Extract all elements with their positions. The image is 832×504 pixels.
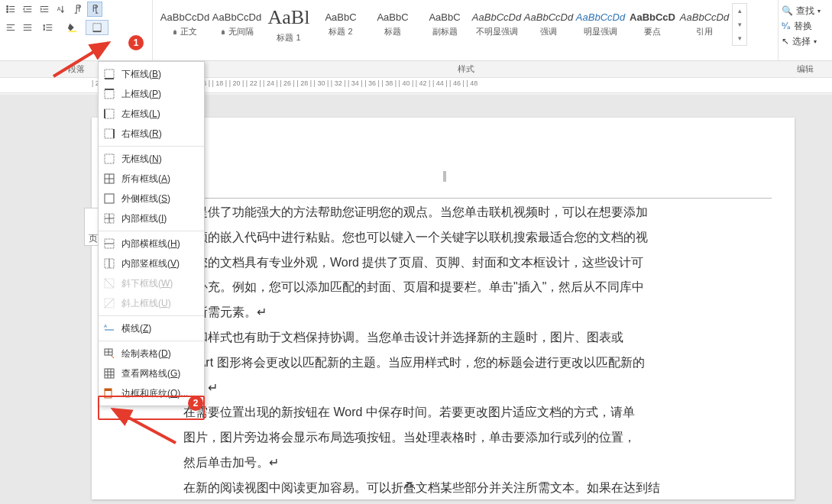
style-label: 不明显强调 — [476, 26, 518, 37]
style-tile[interactable]: AaBbC副标题 — [419, 3, 471, 46]
body-text: 图片，图片旁边将会显示布局选项按钮。当处理表格时，单击要添加行或列的位置， — [183, 427, 772, 449]
shading-icon[interactable] — [61, 20, 84, 35]
svg-rect-32 — [105, 129, 114, 138]
menu-horizontal-line[interactable]: A横线(Z) — [99, 318, 204, 338]
svg-rect-61 — [105, 389, 112, 391]
line-spacing-icon[interactable] — [37, 20, 60, 35]
svg-rect-55 — [105, 369, 114, 378]
style-label: 正文 — [173, 26, 197, 37]
menu-all-borders[interactable]: 所有框线(A) — [99, 169, 204, 189]
indent-decrease-icon[interactable] — [20, 2, 35, 17]
svg-text:A: A — [57, 6, 61, 11]
borders-dropdown: 下框线(B) 上框线(P) 左框线(L) 右框线(R) 无框线(N) 所有框线(… — [98, 61, 205, 406]
menu-bottom-border[interactable]: 下框线(B) — [99, 64, 204, 84]
menu-diagonal-up: 斜上框线(U) — [99, 293, 204, 313]
svg-rect-38 — [105, 194, 114, 203]
body-text: 题和样式也有助于文档保持协调。当您单击设计并选择新的主题时，图片、图表或 — [183, 327, 772, 349]
styles-scroll[interactable]: ▴ ▾ ▾ — [732, 3, 747, 46]
chevron-up-icon[interactable]: ▴ — [733, 4, 746, 18]
style-tile[interactable]: AaBbCcDd引用 — [678, 3, 730, 46]
indent-increase-icon[interactable] — [37, 2, 52, 17]
svg-rect-34 — [105, 154, 114, 163]
menu-no-border[interactable]: 无框线(N) — [99, 149, 204, 169]
styles-gallery: AaBbCcDd正文AaBbCcDd无间隔AaBl标题 1AaBbC标题 2Aa… — [153, 0, 779, 60]
styles-expand-icon[interactable]: ▾ — [733, 31, 746, 45]
header-separator — [115, 198, 772, 199]
style-label: 引用 — [696, 26, 713, 37]
style-preview: AaBbCcDd — [160, 11, 209, 23]
style-tile[interactable]: AaBbCcD要点 — [626, 3, 678, 46]
style-tile[interactable]: AaBbCcDd无间隔 — [211, 3, 263, 46]
style-label: 标题 1 — [277, 32, 300, 44]
style-tile[interactable]: AaBbCcDd明显强调 — [575, 3, 626, 46]
header-anchor-icon — [443, 171, 446, 182]
menu-top-border[interactable]: 上框线(P) — [99, 84, 204, 104]
svg-rect-28 — [105, 89, 114, 99]
svg-text:A: A — [104, 324, 107, 328]
style-label: 要点 — [644, 26, 661, 37]
styles-label: 样式 — [153, 63, 779, 75]
style-preview: AaBbCcDd — [472, 11, 521, 23]
svg-rect-23 — [69, 31, 77, 32]
style-label: 标题 2 — [329, 26, 352, 37]
menu-left-border[interactable]: 左框线(L) — [99, 104, 204, 124]
replace-icon: ᵇ⁄ₐ — [782, 21, 791, 31]
edit-label: 编辑 — [779, 63, 832, 75]
svg-point-2 — [7, 8, 8, 10]
rtl-icon[interactable] — [87, 2, 102, 17]
chevron-down-icon[interactable]: ▾ — [733, 18, 746, 31]
body-text: 使您的文档具有专业外观，Word 提供了页眉、页脚、封面和文本框设计，这些设计可 — [183, 252, 772, 274]
menu-inside-horizontal[interactable]: 内部横框线(H) — [99, 234, 204, 254]
align-left-icon[interactable] — [3, 20, 18, 35]
style-preview: AaBbCcDd — [680, 11, 729, 23]
style-preview: AaBbC — [429, 11, 460, 23]
svg-rect-30 — [105, 109, 114, 118]
body-text: 的补充。例如，您可以添加匹配的封面、页眉和提要栏。单击"插入"，然后从不同库中 — [183, 276, 772, 299]
style-label: 标题 — [384, 26, 401, 37]
body-text: 题。↵ — [183, 377, 772, 399]
select-button[interactable]: ↖选择▾ — [782, 34, 829, 49]
bullet-list-icon[interactable] — [3, 2, 18, 17]
style-preview: AaBbCcDd — [212, 11, 261, 23]
svg-rect-24 — [93, 24, 102, 32]
style-preview: AaBl — [268, 6, 310, 29]
sort-icon[interactable]: A — [53, 2, 69, 17]
style-label: 强调 — [540, 26, 557, 37]
borders-button[interactable] — [86, 20, 108, 35]
style-tile[interactable]: AaBbC标题 2 — [315, 3, 367, 46]
style-preview: AaBbCcD — [630, 11, 675, 23]
menu-right-border[interactable]: 右框线(R) — [99, 124, 204, 144]
body-text: 频提供了功能强大的方法帮助您证明您的观点。当您单击联机视频时，可以在想要添加 — [183, 202, 772, 224]
ltr-icon[interactable] — [70, 2, 86, 17]
svg-point-0 — [7, 6, 8, 8]
menu-outside-borders[interactable]: 外侧框线(S) — [99, 189, 204, 208]
style-tile[interactable]: AaBbC标题 — [367, 3, 419, 46]
replace-button[interactable]: ᵇ⁄ₐ替换 — [782, 18, 829, 34]
menu-view-gridlines[interactable]: 查看网格线(G) — [99, 363, 204, 383]
menu-diagonal-down: 斜下框线(W) — [99, 273, 204, 293]
style-tile[interactable]: AaBbCcDd强调 — [523, 3, 575, 46]
svg-line-49 — [105, 299, 114, 308]
style-label: 明显强调 — [584, 26, 617, 37]
body-text: 然后单击加号。↵ — [183, 452, 772, 474]
body-text: 择所需元素。↵ — [183, 302, 772, 324]
search-icon: 🔍 — [782, 5, 793, 16]
menu-draw-table[interactable]: 绘制表格(D) — [99, 344, 204, 363]
body-text: 视频的嵌入代码中进行粘贴。您也可以键入一个关键字以联机搜索最适合您的文档的视 — [183, 227, 772, 249]
style-tile[interactable]: AaBbCcDd正文 — [159, 3, 211, 46]
style-preview: AaBbCcDd — [524, 11, 573, 23]
find-button[interactable]: 🔍查找▾ — [782, 3, 829, 18]
body-text: 在需要位置出现的新按钮在 Word 中保存时间。若要更改图片适应文档的方式，请单 — [183, 402, 772, 424]
menu-inside-borders[interactable]: 内部框线(I) — [99, 208, 204, 228]
paragraph-group: A — [0, 0, 153, 60]
style-tile[interactable]: AaBl标题 1 — [263, 3, 315, 46]
style-label: 无间隔 — [221, 26, 254, 37]
body-text: artArt 图形将会更改以匹配新的主题。当应用样式时，您的标题会进行更改以匹配… — [183, 352, 772, 374]
align-justify-icon[interactable] — [20, 20, 35, 35]
style-preview: AaBbC — [377, 11, 408, 23]
menu-inside-vertical[interactable]: 内部竖框线(V) — [99, 254, 204, 273]
cursor-icon: ↖ — [782, 36, 789, 47]
svg-line-47 — [105, 279, 114, 288]
style-tile[interactable]: AaBbCcDd不明显强调 — [471, 3, 523, 46]
svg-point-4 — [7, 11, 8, 13]
